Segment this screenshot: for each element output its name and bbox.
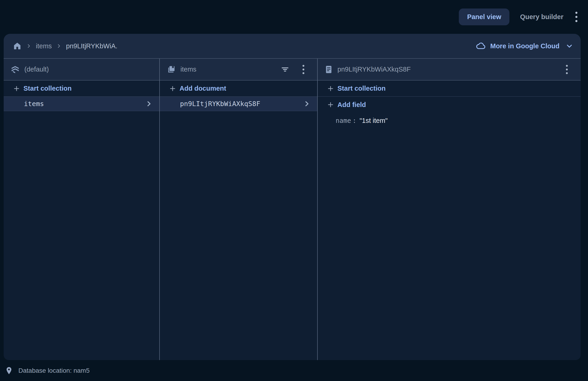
firestore-panel-view-screen: Panel view Query builder items xyxy=(0,0,588,381)
document-field-row: name : "1st item" xyxy=(318,117,581,124)
add-document-button[interactable]: Add document xyxy=(160,81,317,97)
add-document-label: Add document xyxy=(180,85,226,92)
breadcrumb-collection[interactable]: items xyxy=(36,42,52,50)
document-column: pn9LItjRYKbWiAXkqS8F Start collection xyxy=(318,59,581,360)
database-column-header: (default) xyxy=(4,59,159,81)
status-bar: Database location: nam5 xyxy=(0,360,588,381)
kebab-menu-icon[interactable] xyxy=(301,64,306,75)
field-name: name xyxy=(336,117,351,124)
data-panel: items pn9LItjRYKbWiA. More in Google Clo… xyxy=(4,34,581,360)
collections-bookmark-icon xyxy=(167,66,175,73)
chevron-right-icon xyxy=(56,44,61,48)
breadcrumb-document: pn9LItjRYKbWiA. xyxy=(66,42,117,50)
kebab-menu-icon[interactable] xyxy=(574,10,579,23)
collection-title: items xyxy=(180,66,196,73)
collection-row-label: items xyxy=(24,100,44,108)
breadcrumb: items pn9LItjRYKbWiA. More in Google Clo… xyxy=(4,34,581,59)
add-field-button[interactable]: Add field xyxy=(318,97,581,113)
chevron-right-icon xyxy=(303,101,310,107)
database-location-text: Database location: nam5 xyxy=(18,367,90,374)
plus-icon xyxy=(169,85,176,92)
database-column: (default) Start collection items xyxy=(4,59,160,360)
start-collection-label: Start collection xyxy=(337,85,386,92)
document-icon xyxy=(325,66,332,73)
plus-icon xyxy=(327,101,334,108)
document-title: pn9LItjRYKbWiAXkqS8F xyxy=(337,66,411,73)
field-colon: : xyxy=(352,117,356,124)
query-builder-button[interactable]: Query builder xyxy=(517,13,566,21)
view-toggle-bar: Panel view Query builder xyxy=(0,0,588,34)
start-collection-button[interactable]: Start collection xyxy=(4,81,159,97)
document-row[interactable]: pn9LItjRYKbWiAXkqS8F xyxy=(160,97,317,111)
cloud-icon xyxy=(476,43,486,49)
home-icon[interactable] xyxy=(13,42,21,50)
filter-list-icon[interactable] xyxy=(281,66,289,73)
panel-view-button[interactable]: Panel view xyxy=(459,8,509,25)
location-pin-icon xyxy=(6,367,12,375)
start-collection-button[interactable]: Start collection xyxy=(318,81,581,97)
database-title: (default) xyxy=(24,66,49,73)
firestore-database-icon xyxy=(11,66,19,73)
collection-column-header: items xyxy=(160,59,317,81)
kebab-menu-icon[interactable] xyxy=(565,64,569,75)
more-in-google-cloud-link[interactable]: More in Google Cloud xyxy=(476,42,573,50)
chevron-right-icon xyxy=(26,44,31,48)
plus-icon xyxy=(327,85,334,92)
collection-row-items[interactable]: items xyxy=(4,97,159,111)
more-link-label: More in Google Cloud xyxy=(490,42,560,50)
chevron-down-icon xyxy=(566,43,573,49)
start-collection-label: Start collection xyxy=(23,85,72,92)
collection-column: items xyxy=(160,59,318,360)
plus-icon xyxy=(13,85,20,92)
document-row-label: pn9LItjRYKbWiAXkqS8F xyxy=(180,100,260,108)
panel-columns: (default) Start collection items xyxy=(4,59,581,360)
chevron-right-icon xyxy=(146,101,152,107)
document-column-header: pn9LItjRYKbWiAXkqS8F xyxy=(318,59,581,81)
add-field-label: Add field xyxy=(337,101,366,109)
field-value[interactable]: "1st item" xyxy=(359,117,388,124)
